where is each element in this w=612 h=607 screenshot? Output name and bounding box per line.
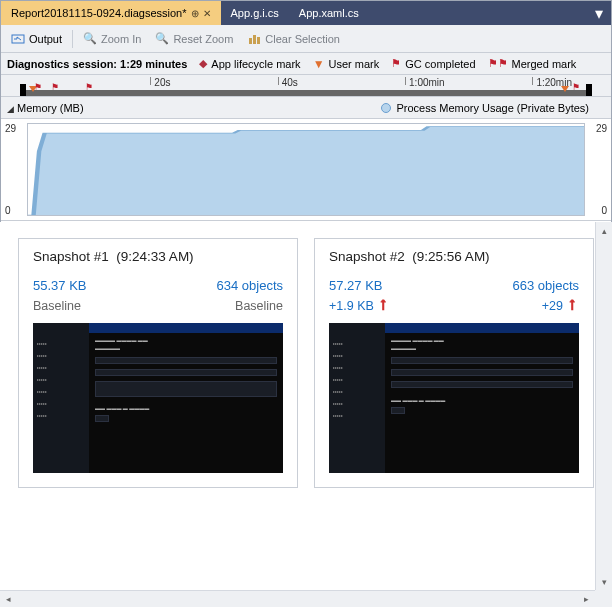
svg-rect-0 (12, 35, 24, 43)
zoom-in-label: Zoom In (101, 33, 141, 45)
tab-label: Report20181115-0924.diagsession* (11, 7, 187, 19)
merged-flag-icon: ⚑⚑ (488, 57, 508, 70)
tick-label: 20s (150, 77, 170, 85)
scrollbar-corner (595, 590, 612, 607)
snapshot-thumbnail: ▸▸▸▸▸ ▸▸▸▸▸ ▸▸▸▸▸ ▸▸▸▸▸ ▸▸▸▸▸ ▸▸▸▸▸ ▸▸▸▸… (329, 323, 579, 473)
heap-size-link[interactable]: 55.37 KB (33, 278, 87, 293)
selection-handle-right[interactable] (586, 84, 592, 96)
object-count-link[interactable]: 634 objects (217, 278, 284, 293)
pin-icon[interactable]: ⊕ (191, 8, 199, 19)
output-button[interactable]: Output (5, 30, 68, 48)
snapshot-title: Snapshot #2 (9:25:56 AM) (329, 249, 579, 264)
y-axis-min: 0 (5, 205, 11, 216)
heap-diff-link[interactable]: +1.9 KB🠕 (329, 299, 390, 313)
zoom-in-icon: 🔍 (83, 32, 97, 46)
tab-inactive[interactable]: App.xaml.cs (289, 1, 369, 25)
dot-icon (381, 103, 391, 113)
snapshot-title: Snapshot #1 (9:24:33 AM) (33, 249, 283, 264)
selection-handle-left[interactable] (20, 84, 26, 96)
svg-rect-1 (249, 38, 252, 44)
tab-active[interactable]: Report20181115-0924.diagsession* ⊕ ✕ (1, 1, 221, 25)
reset-zoom-label: Reset Zoom (173, 33, 233, 45)
tab-label: App.g.i.cs (231, 7, 279, 19)
time-ruler[interactable]: ⚑ ⚑ ⚑ ⚑ 20s 40s 1:00min 1:20min (1, 75, 611, 97)
document-tab-bar: Report20181115-0924.diagsession* ⊕ ✕ App… (1, 1, 611, 25)
y-axis-max-r: 29 (596, 123, 607, 134)
session-label: Diagnostics session: 1:29 minutes (7, 58, 187, 70)
svg-rect-2 (253, 35, 256, 44)
heap-size-link[interactable]: 57.27 KB (329, 278, 383, 293)
flag-icon: ⚑ (391, 57, 401, 70)
object-count-link[interactable]: 663 objects (513, 278, 580, 293)
snapshot-panel: Snapshot #1 (9:24:33 AM) 55.37 KB 634 ob… (0, 222, 612, 607)
baseline-label: Baseline (235, 299, 283, 313)
arrow-up-icon: 🠕 (377, 299, 390, 313)
memory-title: ◢Memory (MB) (7, 102, 84, 114)
memory-chart[interactable]: 29 0 29 0 (1, 119, 611, 221)
y-axis-min-r: 0 (601, 205, 607, 216)
output-label: Output (29, 33, 62, 45)
horizontal-scrollbar[interactable]: ◂ ▸ (0, 590, 595, 607)
caret-down-icon: ◢ (7, 104, 14, 114)
gc-mark-icon: ⚑ (34, 82, 42, 92)
clear-selection-button[interactable]: Clear Selection (241, 30, 346, 48)
snapshot-list: Snapshot #1 (9:24:33 AM) 55.37 KB 634 ob… (0, 222, 612, 504)
legend-merged: ⚑⚑Merged mark (488, 57, 577, 70)
legend-gc: ⚑GC completed (391, 57, 475, 70)
arrow-up-icon: 🠕 (566, 299, 579, 313)
toolbar: Output 🔍 Zoom In 🔍 Reset Zoom Clear Sele… (1, 25, 611, 53)
tick-label: 1:20min (532, 77, 572, 85)
memory-lane-header[interactable]: ◢Memory (MB) Process Memory Usage (Priva… (1, 97, 611, 119)
chart-plot-area (27, 123, 585, 216)
snapshot-thumbnail: ▸▸▸▸▸ ▸▸▸▸▸ ▸▸▸▸▸ ▸▸▸▸▸ ▸▸▸▸▸ ▸▸▸▸▸ ▸▸▸▸… (33, 323, 283, 473)
zoom-in-button[interactable]: 🔍 Zoom In (77, 30, 147, 48)
gc-mark-icon: ⚑ (85, 82, 93, 92)
tab-label: App.xaml.cs (299, 7, 359, 19)
diamond-icon: ◆ (199, 57, 207, 70)
y-axis-max: 29 (5, 123, 16, 134)
memory-legend: Process Memory Usage (Private Bytes) (381, 102, 589, 114)
gc-mark-icon: ⚑ (51, 82, 59, 92)
svg-rect-3 (257, 37, 260, 44)
clear-selection-icon (247, 32, 261, 46)
gc-mark-icon: ⚑ (572, 82, 580, 92)
divider (72, 30, 73, 48)
baseline-label: Baseline (33, 299, 81, 313)
object-diff-link[interactable]: +29🠕 (542, 299, 579, 313)
scroll-up-icon[interactable]: ▴ (596, 222, 613, 239)
legend-lifecycle: ◆App lifecycle mark (199, 57, 300, 70)
scroll-left-icon[interactable]: ◂ (0, 591, 17, 608)
svg-marker-4 (28, 127, 584, 215)
scroll-right-icon[interactable]: ▸ (578, 591, 595, 608)
legend-user: ▼User mark (313, 57, 380, 71)
vertical-scrollbar[interactable]: ▴ ▾ (595, 222, 612, 590)
selection-bar[interactable] (23, 90, 589, 96)
session-info-row: Diagnostics session: 1:29 minutes ◆App l… (1, 53, 611, 75)
clear-selection-label: Clear Selection (265, 33, 340, 45)
tick-label: 40s (278, 77, 298, 85)
triangle-down-icon: ▼ (313, 57, 325, 71)
tab-overflow-button[interactable]: ▾ (589, 1, 609, 25)
reset-zoom-button[interactable]: 🔍 Reset Zoom (149, 30, 239, 48)
reset-zoom-icon: 🔍 (155, 32, 169, 46)
memory-area-series (28, 124, 584, 215)
tick-label: 1:00min (405, 77, 445, 85)
snapshot-card: Snapshot #1 (9:24:33 AM) 55.37 KB 634 ob… (18, 238, 298, 488)
tab-inactive[interactable]: App.g.i.cs (221, 1, 289, 25)
snapshot-card: Snapshot #2 (9:25:56 AM) 57.27 KB 663 ob… (314, 238, 594, 488)
close-icon[interactable]: ✕ (203, 8, 211, 19)
scroll-down-icon[interactable]: ▾ (596, 573, 613, 590)
output-icon (11, 32, 25, 46)
